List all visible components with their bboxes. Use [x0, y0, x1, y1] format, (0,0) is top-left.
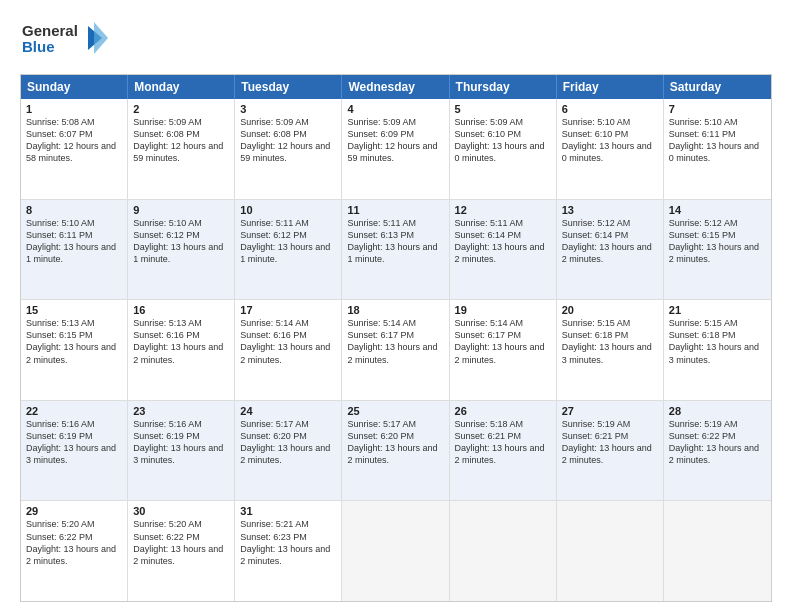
day-number: 15 — [26, 304, 122, 316]
calendar-cell-15: 15Sunrise: 5:13 AM Sunset: 6:15 PM Dayli… — [21, 300, 128, 400]
calendar-cell-28: 28Sunrise: 5:19 AM Sunset: 6:22 PM Dayli… — [664, 401, 771, 501]
svg-text:Blue: Blue — [22, 38, 55, 55]
calendar-cell-2: 2Sunrise: 5:09 AM Sunset: 6:08 PM Daylig… — [128, 99, 235, 199]
day-number: 13 — [562, 204, 658, 216]
cell-info: Sunrise: 5:14 AM Sunset: 6:16 PM Dayligh… — [240, 317, 336, 366]
calendar-cell-empty — [450, 501, 557, 601]
day-number: 8 — [26, 204, 122, 216]
header-day-monday: Monday — [128, 75, 235, 99]
calendar-cell-23: 23Sunrise: 5:16 AM Sunset: 6:19 PM Dayli… — [128, 401, 235, 501]
cell-info: Sunrise: 5:17 AM Sunset: 6:20 PM Dayligh… — [240, 418, 336, 467]
calendar-cell-17: 17Sunrise: 5:14 AM Sunset: 6:16 PM Dayli… — [235, 300, 342, 400]
calendar-cell-4: 4Sunrise: 5:09 AM Sunset: 6:09 PM Daylig… — [342, 99, 449, 199]
day-number: 12 — [455, 204, 551, 216]
calendar-cell-7: 7Sunrise: 5:10 AM Sunset: 6:11 PM Daylig… — [664, 99, 771, 199]
calendar-cell-10: 10Sunrise: 5:11 AM Sunset: 6:12 PM Dayli… — [235, 200, 342, 300]
day-number: 5 — [455, 103, 551, 115]
day-number: 28 — [669, 405, 766, 417]
calendar-body: 1Sunrise: 5:08 AM Sunset: 6:07 PM Daylig… — [21, 99, 771, 601]
day-number: 23 — [133, 405, 229, 417]
cell-info: Sunrise: 5:09 AM Sunset: 6:10 PM Dayligh… — [455, 116, 551, 165]
calendar-cell-14: 14Sunrise: 5:12 AM Sunset: 6:15 PM Dayli… — [664, 200, 771, 300]
cell-info: Sunrise: 5:19 AM Sunset: 6:21 PM Dayligh… — [562, 418, 658, 467]
day-number: 14 — [669, 204, 766, 216]
cell-info: Sunrise: 5:19 AM Sunset: 6:22 PM Dayligh… — [669, 418, 766, 467]
calendar-cell-empty — [664, 501, 771, 601]
header: General Blue — [20, 18, 772, 64]
cell-info: Sunrise: 5:18 AM Sunset: 6:21 PM Dayligh… — [455, 418, 551, 467]
calendar-cell-19: 19Sunrise: 5:14 AM Sunset: 6:17 PM Dayli… — [450, 300, 557, 400]
day-number: 7 — [669, 103, 766, 115]
calendar: SundayMondayTuesdayWednesdayThursdayFrid… — [20, 74, 772, 602]
page: General Blue SundayMondayTuesdayWednesda… — [0, 0, 792, 612]
cell-info: Sunrise: 5:08 AM Sunset: 6:07 PM Dayligh… — [26, 116, 122, 165]
calendar-cell-16: 16Sunrise: 5:13 AM Sunset: 6:16 PM Dayli… — [128, 300, 235, 400]
cell-info: Sunrise: 5:14 AM Sunset: 6:17 PM Dayligh… — [347, 317, 443, 366]
calendar-cell-8: 8Sunrise: 5:10 AM Sunset: 6:11 PM Daylig… — [21, 200, 128, 300]
header-day-friday: Friday — [557, 75, 664, 99]
day-number: 4 — [347, 103, 443, 115]
header-day-thursday: Thursday — [450, 75, 557, 99]
calendar-cell-12: 12Sunrise: 5:11 AM Sunset: 6:14 PM Dayli… — [450, 200, 557, 300]
calendar-cell-13: 13Sunrise: 5:12 AM Sunset: 6:14 PM Dayli… — [557, 200, 664, 300]
cell-info: Sunrise: 5:11 AM Sunset: 6:12 PM Dayligh… — [240, 217, 336, 266]
calendar-row-0: 1Sunrise: 5:08 AM Sunset: 6:07 PM Daylig… — [21, 99, 771, 199]
cell-info: Sunrise: 5:11 AM Sunset: 6:14 PM Dayligh… — [455, 217, 551, 266]
day-number: 30 — [133, 505, 229, 517]
calendar-cell-9: 9Sunrise: 5:10 AM Sunset: 6:12 PM Daylig… — [128, 200, 235, 300]
header-day-wednesday: Wednesday — [342, 75, 449, 99]
day-number: 20 — [562, 304, 658, 316]
calendar-cell-3: 3Sunrise: 5:09 AM Sunset: 6:08 PM Daylig… — [235, 99, 342, 199]
calendar-cell-30: 30Sunrise: 5:20 AM Sunset: 6:22 PM Dayli… — [128, 501, 235, 601]
header-day-sunday: Sunday — [21, 75, 128, 99]
header-day-saturday: Saturday — [664, 75, 771, 99]
day-number: 6 — [562, 103, 658, 115]
day-number: 21 — [669, 304, 766, 316]
cell-info: Sunrise: 5:15 AM Sunset: 6:18 PM Dayligh… — [669, 317, 766, 366]
calendar-cell-20: 20Sunrise: 5:15 AM Sunset: 6:18 PM Dayli… — [557, 300, 664, 400]
day-number: 9 — [133, 204, 229, 216]
svg-text:General: General — [22, 22, 78, 39]
cell-info: Sunrise: 5:10 AM Sunset: 6:11 PM Dayligh… — [26, 217, 122, 266]
day-number: 11 — [347, 204, 443, 216]
calendar-cell-6: 6Sunrise: 5:10 AM Sunset: 6:10 PM Daylig… — [557, 99, 664, 199]
day-number: 29 — [26, 505, 122, 517]
cell-info: Sunrise: 5:09 AM Sunset: 6:08 PM Dayligh… — [133, 116, 229, 165]
day-number: 22 — [26, 405, 122, 417]
cell-info: Sunrise: 5:09 AM Sunset: 6:09 PM Dayligh… — [347, 116, 443, 165]
calendar-row-3: 22Sunrise: 5:16 AM Sunset: 6:19 PM Dayli… — [21, 400, 771, 501]
calendar-cell-1: 1Sunrise: 5:08 AM Sunset: 6:07 PM Daylig… — [21, 99, 128, 199]
day-number: 2 — [133, 103, 229, 115]
cell-info: Sunrise: 5:09 AM Sunset: 6:08 PM Dayligh… — [240, 116, 336, 165]
cell-info: Sunrise: 5:20 AM Sunset: 6:22 PM Dayligh… — [26, 518, 122, 567]
day-number: 19 — [455, 304, 551, 316]
calendar-header: SundayMondayTuesdayWednesdayThursdayFrid… — [21, 75, 771, 99]
calendar-cell-11: 11Sunrise: 5:11 AM Sunset: 6:13 PM Dayli… — [342, 200, 449, 300]
calendar-cell-27: 27Sunrise: 5:19 AM Sunset: 6:21 PM Dayli… — [557, 401, 664, 501]
header-day-tuesday: Tuesday — [235, 75, 342, 99]
day-number: 26 — [455, 405, 551, 417]
day-number: 3 — [240, 103, 336, 115]
cell-info: Sunrise: 5:16 AM Sunset: 6:19 PM Dayligh… — [133, 418, 229, 467]
calendar-cell-25: 25Sunrise: 5:17 AM Sunset: 6:20 PM Dayli… — [342, 401, 449, 501]
cell-info: Sunrise: 5:10 AM Sunset: 6:10 PM Dayligh… — [562, 116, 658, 165]
day-number: 27 — [562, 405, 658, 417]
cell-info: Sunrise: 5:11 AM Sunset: 6:13 PM Dayligh… — [347, 217, 443, 266]
cell-info: Sunrise: 5:13 AM Sunset: 6:15 PM Dayligh… — [26, 317, 122, 366]
day-number: 17 — [240, 304, 336, 316]
cell-info: Sunrise: 5:16 AM Sunset: 6:19 PM Dayligh… — [26, 418, 122, 467]
calendar-cell-29: 29Sunrise: 5:20 AM Sunset: 6:22 PM Dayli… — [21, 501, 128, 601]
day-number: 1 — [26, 103, 122, 115]
calendar-cell-empty — [557, 501, 664, 601]
logo: General Blue — [20, 18, 110, 64]
calendar-row-2: 15Sunrise: 5:13 AM Sunset: 6:15 PM Dayli… — [21, 299, 771, 400]
calendar-cell-26: 26Sunrise: 5:18 AM Sunset: 6:21 PM Dayli… — [450, 401, 557, 501]
day-number: 10 — [240, 204, 336, 216]
calendar-cell-22: 22Sunrise: 5:16 AM Sunset: 6:19 PM Dayli… — [21, 401, 128, 501]
calendar-cell-18: 18Sunrise: 5:14 AM Sunset: 6:17 PM Dayli… — [342, 300, 449, 400]
day-number: 24 — [240, 405, 336, 417]
cell-info: Sunrise: 5:10 AM Sunset: 6:12 PM Dayligh… — [133, 217, 229, 266]
cell-info: Sunrise: 5:12 AM Sunset: 6:15 PM Dayligh… — [669, 217, 766, 266]
cell-info: Sunrise: 5:17 AM Sunset: 6:20 PM Dayligh… — [347, 418, 443, 467]
cell-info: Sunrise: 5:10 AM Sunset: 6:11 PM Dayligh… — [669, 116, 766, 165]
